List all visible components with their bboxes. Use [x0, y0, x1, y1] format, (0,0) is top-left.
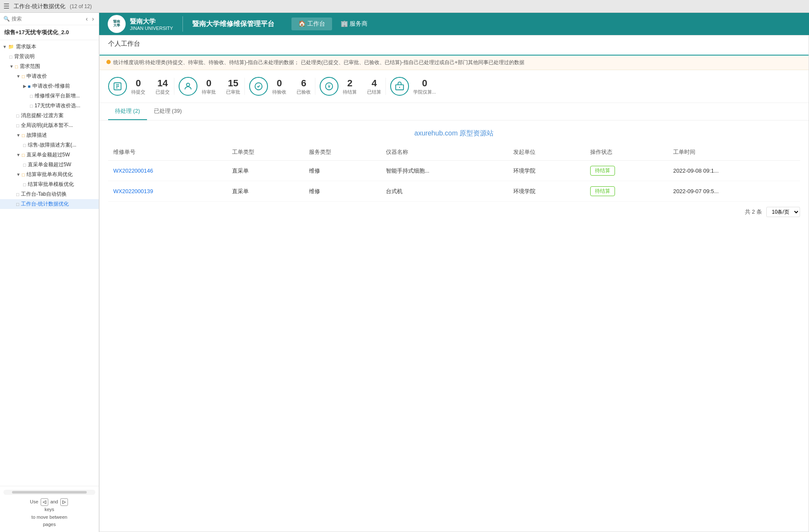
- sidebar-item-label: 背景说明: [14, 53, 35, 60]
- sidebar-item-settlement-template[interactable]: □ 结算审批单模板优化: [0, 179, 99, 189]
- sidebar-item-label: 维修维保平台新增...: [35, 92, 80, 100]
- done-accept-count: 6: [297, 78, 311, 89]
- cell-instrument: 台式机: [381, 181, 508, 202]
- file-icon: □: [23, 143, 26, 148]
- sidebar-item-change-price[interactable]: ▼ □ 申请改价: [0, 71, 99, 81]
- done-accept-label: 已验收: [297, 89, 311, 95]
- sidebar-item-17-worry-free[interactable]: □ 17无忧申请改价选...: [0, 101, 99, 111]
- table-header-row: 维修单号 工单类型 服务类型 仪器名称 发起单位 操作状态 工单时间: [108, 144, 800, 161]
- sidebar-item-message-reminder[interactable]: □ 消息提醒-过渡方案: [0, 111, 99, 121]
- sidebar-item-label: 17无忧申请改价选...: [35, 102, 80, 109]
- table-row: WX2022000146 直采单 维修 智能手持式细胞... 环境学院 待结算 …: [108, 161, 800, 181]
- done-submit-count: 14: [156, 78, 170, 89]
- university-logo: 暨南大學: [108, 15, 126, 33]
- sidebar-item-label: 工作台-统计数据优化: [21, 200, 69, 208]
- main-content: 暨南大學 暨南大学 JINAN UNIVERSITY 暨南大学维修维保管理平台 …: [99, 13, 809, 532]
- folder-icon: □: [22, 172, 25, 177]
- school-icon-box: [390, 77, 409, 96]
- col-order-id: 维修单号: [108, 144, 227, 161]
- sidebar-item-settlement-layout[interactable]: ▼ □ 结算审批单布局优化: [0, 170, 99, 179]
- workbench-header: 个人工作台: [100, 35, 809, 56]
- sidebar-item-direct-purchase[interactable]: ▼ □ 直采单金额超过5W: [0, 150, 99, 160]
- header-divider: [182, 16, 183, 32]
- col-unit: 发起单位: [508, 144, 585, 161]
- sidebar-item-label: 故障描述: [26, 132, 47, 139]
- menu-icon[interactable]: ☰: [3, 2, 9, 10]
- file-icon: □: [16, 123, 19, 128]
- sidebar-item-label: 直采单金额超过5W: [26, 151, 70, 159]
- cell-order-id[interactable]: WX2022000146: [108, 161, 227, 181]
- app-logo: 暨南大學 暨南大学 JINAN UNIVERSITY 暨南大学维修维保管理平台: [108, 15, 274, 33]
- stat-accept-group: 0 待验收 6 已验收: [249, 77, 311, 96]
- col-instrument: 仪器名称: [381, 144, 508, 161]
- logo-text-block: 暨南大学 JINAN UNIVERSITY: [130, 18, 173, 31]
- expand-arrow: ▼: [9, 64, 14, 69]
- expand-arrow: ▼: [3, 44, 7, 49]
- nav-service[interactable]: 🏢 服务商: [334, 18, 374, 30]
- search-input[interactable]: [12, 16, 83, 22]
- expand-arrow: ▶: [23, 84, 26, 88]
- top-bar: ☰ 工作台-统计数据优化 (12 of 12): [0, 0, 809, 13]
- sidebar-item-change-price-before[interactable]: ▶ ■ 申请改价-维修前: [0, 81, 99, 91]
- sidebar-item-maintenance-platform[interactable]: □ 维修维保平台新增...: [0, 91, 99, 101]
- sidebar-item-global-note[interactable]: □ 全局说明(此版本暂不...: [0, 121, 99, 130]
- file-icon: □: [16, 192, 19, 197]
- app-header: 暨南大學 暨南大学 JINAN UNIVERSITY 暨南大学维修维保管理平台 …: [99, 13, 809, 35]
- col-time: 工单时间: [668, 144, 800, 161]
- file-icon: □: [23, 162, 26, 168]
- sidebar-item-scope[interactable]: ▼ □ 需求范围: [0, 62, 99, 71]
- expand-arrow: ▼: [16, 153, 21, 157]
- col-status: 操作状态: [585, 144, 668, 161]
- done-settle-label: 已结算: [367, 89, 381, 95]
- sidebar-item-direct-purchase-5w[interactable]: □ 直采单金额超过5W: [0, 160, 99, 170]
- file-icon: □: [30, 103, 33, 109]
- folder-icon: □: [22, 133, 25, 138]
- nav-menu: 🏠 工作台 🏢 服务商: [291, 18, 374, 30]
- sidebar-item-label: 工作台-Tab自动切换: [21, 191, 67, 198]
- divider-2: [244, 78, 245, 95]
- sidebar-item-stats-optimize[interactable]: □ 工作台-统计数据优化: [0, 199, 99, 209]
- cell-status: 待结算: [585, 161, 668, 181]
- cell-unit: 环境学院: [508, 181, 585, 202]
- col-service-type: 服务类型: [304, 144, 381, 161]
- svg-text:¥: ¥: [327, 84, 331, 89]
- sidebar-item-fault-solution[interactable]: □ 综售-故障描述方案(...: [0, 140, 99, 150]
- sidebar-item-tab-switch[interactable]: □ 工作台-Tab自动切换: [0, 189, 99, 199]
- page-content: 个人工作台 统计维度说明:待处理类(待提交、待审批、待验收、待结算)-指自己未处…: [99, 35, 809, 532]
- status-badge: 待结算: [590, 186, 615, 196]
- sidebar-item-background[interactable]: □ 背景说明: [0, 52, 99, 62]
- sidebar-search-bar[interactable]: 🔍 ‹ ›: [0, 13, 99, 25]
- help-pages: pages: [43, 522, 56, 527]
- scrollbar-area[interactable]: [3, 490, 95, 495]
- sidebar-footer: Use ◁ and ▷ keys to move between pages: [0, 486, 99, 532]
- watermark: axurehub.com 原型资源站: [100, 121, 809, 142]
- expand-arrow: ▼: [16, 74, 21, 79]
- cell-order-id[interactable]: WX2022000139: [108, 181, 227, 202]
- nav-prev-button[interactable]: ‹: [85, 15, 89, 22]
- tab-processed[interactable]: 已处理 (39): [147, 103, 189, 120]
- file-icon: □: [16, 202, 19, 207]
- help-move: to move between: [32, 514, 68, 520]
- sidebar-item-label: 需求范围: [20, 63, 40, 70]
- divider-4: [385, 78, 386, 95]
- folder-icon: □: [22, 74, 25, 79]
- sidebar-item-label: 申请改价-维修前: [32, 82, 70, 90]
- pending-approve-count: 0: [202, 78, 216, 89]
- per-page-select[interactable]: 10条/页: [766, 207, 800, 217]
- folder-icon: ■: [28, 84, 31, 89]
- sidebar-item-label: 综售-故障描述方案(...: [28, 141, 76, 149]
- pending-submit-label: 待提交: [131, 89, 145, 95]
- svg-point-4: [186, 83, 189, 86]
- stat-school-group: 0 学院仅算...: [390, 77, 436, 96]
- sidebar-item-fault-desc[interactable]: ▼ □ 故障描述: [0, 130, 99, 140]
- tab-pending[interactable]: 待处理 (2): [108, 103, 147, 120]
- nav-workbench[interactable]: 🏠 工作台: [291, 18, 332, 30]
- page-counter: (12 of 12): [70, 3, 91, 9]
- workbench-title: 个人工作台: [108, 40, 800, 50]
- sidebar-item-label: 需求版本: [16, 43, 36, 50]
- stat-submit-group: 0 待提交 14 已提交: [108, 77, 170, 96]
- cell-service-type: 维修: [304, 161, 381, 181]
- sidebar-item-requirements[interactable]: ▼ 📁 需求版本: [0, 42, 99, 52]
- nav-next-button[interactable]: ›: [91, 15, 95, 22]
- school-label: 学院仅算...: [413, 89, 436, 95]
